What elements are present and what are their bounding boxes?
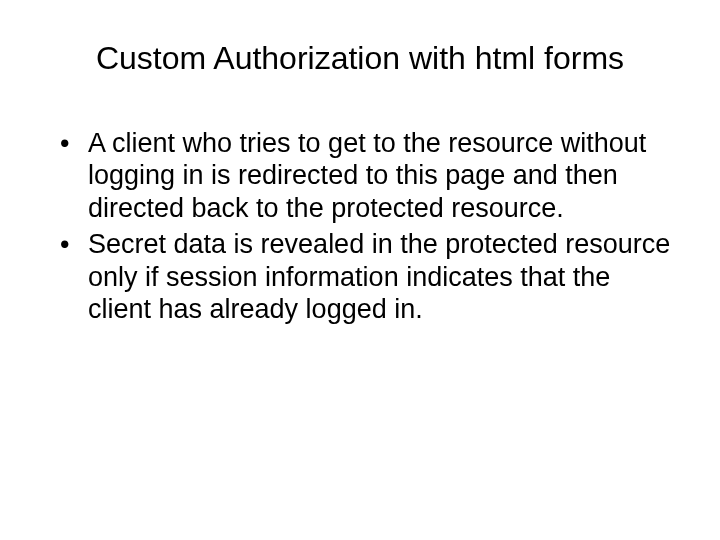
slide-title: Custom Authorization with html forms [40,40,680,77]
bullet-list: • A client who tries to get to the resou… [40,127,680,325]
list-item: • Secret data is revealed in the protect… [60,228,680,325]
bullet-text: A client who tries to get to the resourc… [88,128,646,223]
bullet-icon: • [60,127,69,159]
list-item: • A client who tries to get to the resou… [60,127,680,224]
bullet-icon: • [60,228,69,260]
bullet-text: Secret data is revealed in the protected… [88,229,670,324]
